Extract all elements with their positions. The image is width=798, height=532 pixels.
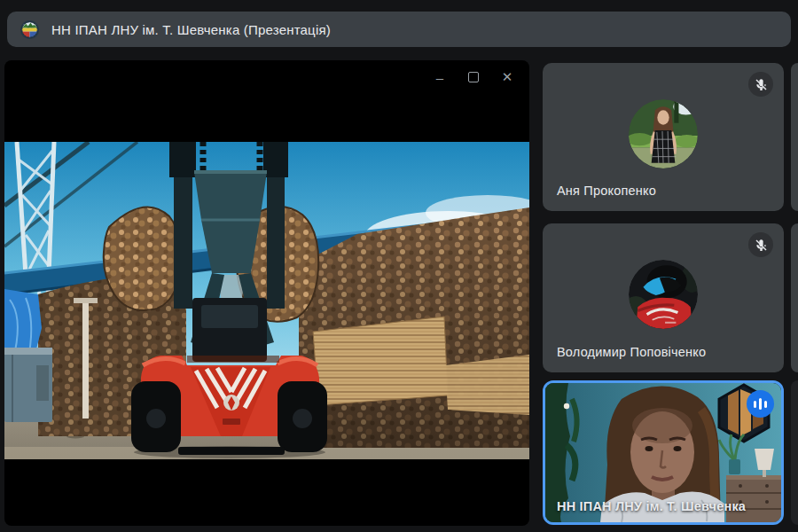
avatar <box>629 260 698 329</box>
video-window-controls: – ✕ <box>423 65 524 90</box>
shared-screen-video[interactable] <box>4 142 529 459</box>
participant-tile-active-speaker[interactable]: НН ІПАН ЛНУ ім. Т. Шевченка <box>543 380 784 525</box>
participant-name: Аня Прокопенко <box>557 184 656 198</box>
partial-tile <box>791 223 798 372</box>
partial-tile <box>791 63 798 211</box>
participant-name: НН ІПАН ЛНУ ім. Т. Шевченка <box>557 499 746 513</box>
speaking-indicator-icon <box>747 390 774 418</box>
university-emblem-icon <box>20 20 40 40</box>
participant-tile[interactable]: Володимир Поповіченко <box>543 223 784 372</box>
maximize-button[interactable] <box>457 65 490 90</box>
close-button[interactable]: ✕ <box>490 65 524 90</box>
avatar <box>629 99 698 168</box>
participant-name: Володимир Поповіченко <box>557 345 706 359</box>
equipment-cabinet <box>4 348 52 422</box>
partial-tile <box>791 380 798 525</box>
mic-off-icon <box>748 232 773 257</box>
meeting-title-bar: НН ІПАН ЛНУ ім. Т. Шевченка (Презентація… <box>7 12 791 47</box>
log-bundle-left <box>104 207 181 310</box>
minimize-button[interactable]: – <box>423 65 457 90</box>
shared-screen-stage[interactable]: – ✕ <box>4 60 529 526</box>
maximize-icon <box>468 72 479 82</box>
mic-off-icon <box>748 72 773 97</box>
meeting-title: НН ІПАН ЛНУ ім. Т. Шевченка (Презентація… <box>51 22 331 37</box>
participant-tile[interactable]: Аня Прокопенко <box>543 63 784 211</box>
